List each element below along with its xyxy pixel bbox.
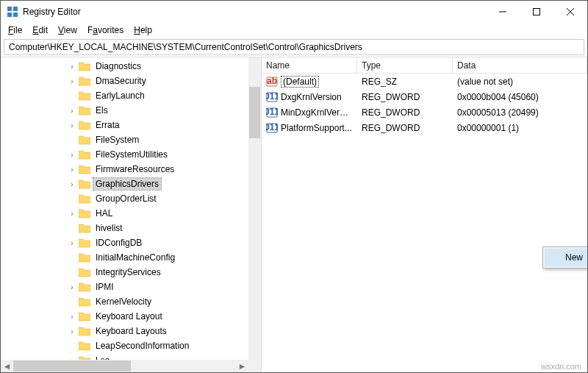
tree-item-filesystem[interactable]: FileSystem: [1, 132, 261, 147]
value-name: DxgKrnlVersion: [281, 92, 342, 102]
close-button[interactable]: [553, 1, 587, 23]
tree-item-keyboard-layouts[interactable]: ›Keyboard Layouts: [1, 324, 261, 338]
column-header-name[interactable]: Name: [262, 57, 357, 73]
tree-item-label: InitialMachineConfig: [93, 252, 177, 263]
value-name: PlatformSupport...: [281, 123, 352, 133]
tree-item-label: KernelVelocity: [93, 296, 154, 308]
value-type: REG_DWORD: [357, 92, 453, 102]
folder-icon: [79, 149, 90, 160]
expand-toggle-icon[interactable]: ›: [67, 283, 77, 291]
expand-toggle-icon[interactable]: ›: [67, 327, 77, 335]
menu-edit[interactable]: Edit: [28, 24, 52, 37]
scrollbar-thumb[interactable]: [13, 360, 131, 372]
menu-help[interactable]: Help: [129, 24, 157, 37]
context-menu: New ▶: [542, 246, 587, 269]
svg-text:011: 011: [266, 122, 278, 132]
app-icon: [7, 6, 18, 18]
expand-toggle-icon[interactable]: ›: [67, 180, 77, 188]
value-data: (value not set): [453, 77, 587, 87]
tree-item-label: EarlyLaunch: [93, 90, 147, 102]
menu-favorites[interactable]: Favorites: [83, 24, 128, 37]
value-type: REG_DWORD: [357, 107, 453, 118]
scroll-left-icon[interactable]: ◄: [1, 360, 13, 372]
tree-item-kernelvelocity[interactable]: KernelVelocity: [1, 294, 261, 309]
menubar: File Edit View Favorites Help: [1, 23, 587, 38]
tree-item-leapsecondinformation[interactable]: LeapSecondInformation: [1, 338, 261, 353]
folder-icon: [79, 296, 90, 307]
value-name: (Default): [281, 76, 319, 88]
value-type-icon: 011: [266, 91, 278, 103]
folder-icon: [79, 223, 90, 233]
watermark: wsxdn.com: [541, 362, 581, 371]
column-header-data[interactable]: Data: [453, 57, 587, 73]
values-header: Name Type Data: [262, 57, 587, 74]
tree-item-filesystemutilities[interactable]: ›FileSystemUtilities: [1, 147, 261, 162]
folder-icon: [79, 120, 90, 130]
expand-toggle-icon[interactable]: ›: [67, 107, 77, 115]
values-list[interactable]: ab(Default)REG_SZ(value not set)011DxgKr…: [262, 74, 587, 135]
tree-item-label: Errata: [93, 119, 122, 131]
tree-item-graphicsdrivers[interactable]: ›GraphicsDrivers: [1, 177, 261, 191]
scroll-right-icon[interactable]: ►: [236, 360, 248, 372]
svg-rect-5: [534, 9, 540, 15]
tree-item-label: FirmwareResources: [93, 163, 176, 175]
svg-rect-3: [13, 13, 18, 17]
expand-toggle-icon[interactable]: ›: [67, 166, 77, 174]
scrollbar-corner: [248, 360, 261, 372]
tree-item-idconfigdb[interactable]: ›IDConfigDB: [1, 235, 261, 250]
tree-item-ipmi[interactable]: ›IPMI: [1, 280, 261, 294]
tree-item-label: DmaSecurity: [93, 75, 148, 87]
folder-icon: [79, 252, 90, 263]
column-header-type[interactable]: Type: [357, 57, 453, 73]
tree-item-label: hivelist: [93, 222, 125, 234]
svg-rect-2: [7, 13, 12, 17]
value-row[interactable]: ab(Default)REG_SZ(value not set): [262, 74, 587, 89]
tree-item-label: IntegrityServices: [93, 266, 163, 278]
expand-toggle-icon[interactable]: ›: [67, 151, 77, 159]
tree-item-firmwareresources[interactable]: ›FirmwareResources: [1, 162, 261, 177]
expand-toggle-icon[interactable]: ›: [67, 63, 77, 71]
tree-item-grouporderlist[interactable]: GroupOrderList: [1, 191, 261, 206]
expand-toggle-icon[interactable]: ›: [67, 313, 77, 321]
context-menu-new[interactable]: New ▶: [545, 249, 587, 266]
address-bar[interactable]: Computer\HKEY_LOCAL_MACHINE\SYSTEM\Curre…: [4, 39, 584, 55]
svg-text:ab: ab: [267, 76, 277, 86]
folder-icon: [79, 326, 90, 336]
expand-toggle-icon[interactable]: ›: [67, 121, 77, 129]
tree-item-integrityservices[interactable]: IntegrityServices: [1, 265, 261, 280]
scrollbar-thumb[interactable]: [249, 87, 260, 138]
tree-scrollbar-horizontal[interactable]: ◄ ►: [1, 360, 248, 372]
value-row[interactable]: 011MinDxgKrnlVersi...REG_DWORD0x00005013…: [262, 104, 587, 120]
folder-icon: [79, 179, 90, 189]
tree-item-diagnostics[interactable]: ›Diagnostics: [1, 59, 261, 74]
value-row[interactable]: 011PlatformSupport...REG_DWORD0x00000001…: [262, 120, 587, 135]
folder-icon: [79, 135, 90, 145]
menu-file[interactable]: File: [4, 24, 26, 37]
expand-toggle-icon[interactable]: ›: [67, 239, 77, 247]
menu-view[interactable]: View: [54, 24, 82, 37]
tree-item-errata[interactable]: ›Errata: [1, 118, 261, 132]
tree-item-initialmachineconfig[interactable]: InitialMachineConfig: [1, 250, 261, 265]
maximize-button[interactable]: [520, 1, 553, 23]
tree-item-hivelist[interactable]: hivelist: [1, 221, 261, 235]
folder-icon: [79, 61, 90, 71]
value-type-icon: 011: [266, 107, 278, 118]
tree-list[interactable]: ›Diagnostics›DmaSecurityEarlyLaunch›Els›…: [1, 57, 261, 368]
tree-item-label: Keyboard Layout: [93, 310, 165, 322]
folder-icon: [79, 341, 90, 351]
folder-icon: [79, 90, 90, 101]
expand-toggle-icon[interactable]: ›: [67, 210, 77, 218]
window-title: Registry Editor: [23, 7, 486, 17]
values-pane: Name Type Data ab(Default)REG_SZ(value n…: [262, 57, 587, 372]
minimize-button[interactable]: [486, 1, 520, 23]
expand-toggle-icon[interactable]: ›: [67, 77, 77, 85]
tree-item-label: Keyboard Layouts: [93, 325, 169, 337]
tree-item-dmasecurity[interactable]: ›DmaSecurity: [1, 74, 261, 88]
tree-item-hal[interactable]: ›HAL: [1, 206, 261, 221]
value-row[interactable]: 011DxgKrnlVersionREG_DWORD0x0000b004 (45…: [262, 89, 587, 104]
tree-scrollbar-vertical[interactable]: [248, 57, 261, 360]
tree-item-keyboard-layout[interactable]: ›Keyboard Layout: [1, 309, 261, 324]
tree-item-els[interactable]: ›Els: [1, 103, 261, 118]
tree-item-label: Els: [93, 104, 110, 116]
tree-item-earlylaunch[interactable]: EarlyLaunch: [1, 88, 261, 103]
